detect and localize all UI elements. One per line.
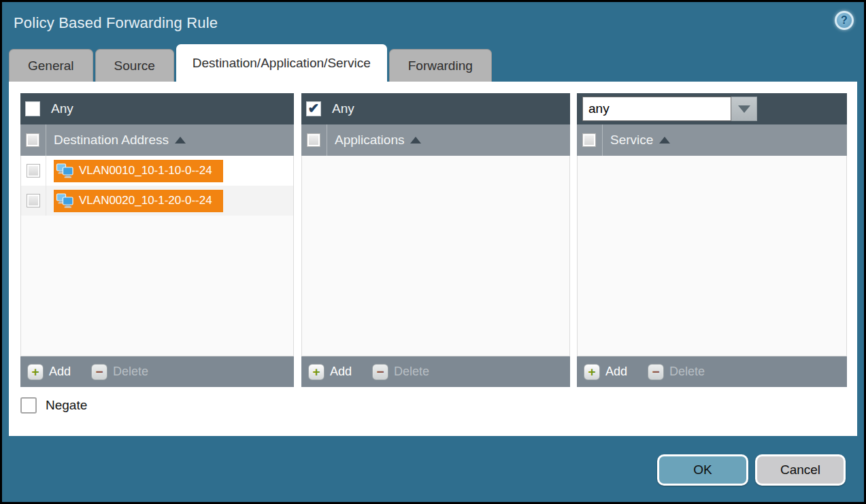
service-list [577,156,847,356]
divider [602,124,603,156]
applications-any-label: Any [332,101,354,116]
delete-icon: − [648,364,664,380]
applications-any-checkbox[interactable]: ✔ [306,101,321,116]
address-object-label: VLAN0020_10-1-20-0--24 [79,194,212,207]
add-label: Add [49,365,71,379]
service-select-all-checkbox[interactable] [582,133,596,147]
tab-bar: General Source Destination/Application/S… [9,44,492,82]
divider [46,124,46,156]
service-dropdown [582,97,757,121]
checkmark-icon: ✔ [308,101,320,115]
service-dropdown-bar [577,93,847,124]
service-column-header: Service [577,124,847,156]
applications-any-bar: ✔ Any [301,93,570,124]
destination-header-label[interactable]: Destination Address [54,133,169,148]
applications-select-all-checkbox[interactable] [307,133,320,147]
destination-any-bar: Any [20,93,294,124]
row-checkbox[interactable] [27,164,40,178]
tab-content: Any Destination Address [9,82,857,436]
tab-destination-application-service[interactable]: Destination/Application/Service [176,44,387,82]
delete-icon: − [372,364,388,380]
add-icon: + [27,364,44,380]
destination-footer: + Add − Delete [20,356,294,387]
negate-row: Negate [20,397,87,414]
tab-general[interactable]: General [9,49,93,82]
divider [327,124,327,156]
address-object-icon [56,193,74,209]
destination-any-checkbox[interactable] [25,101,40,116]
sort-asc-icon [659,137,670,144]
applications-list [301,156,570,356]
add-icon: + [308,364,324,380]
applications-header-label[interactable]: Applications [335,133,404,148]
destination-any-label: Any [51,101,73,116]
list-item: VLAN0020_10-1-20-0--24 [21,186,293,216]
delete-button[interactable]: − Delete [372,364,429,380]
destination-column-header: Destination Address [20,124,294,156]
address-object-chip[interactable]: VLAN0020_10-1-20-0--24 [54,190,223,212]
delete-label: Delete [394,365,429,379]
delete-label: Delete [113,365,148,379]
service-header-label[interactable]: Service [610,133,653,148]
policy-forwarding-dialog: Policy Based Forwarding Rule ? General S… [2,2,864,502]
delete-button[interactable]: − Delete [91,364,148,380]
cancel-button[interactable]: Cancel [755,454,846,486]
dialog-title: Policy Based Forwarding Rule [14,14,218,32]
negate-checkbox[interactable] [20,397,37,414]
list-item: VLAN0010_10-1-10-0--24 [21,156,293,186]
sort-asc-icon [175,137,186,144]
tab-forwarding[interactable]: Forwarding [389,49,492,82]
chevron-down-icon [738,105,750,113]
add-button[interactable]: + Add [584,364,627,380]
add-button[interactable]: + Add [308,364,352,380]
destination-address-column: Any Destination Address [20,93,294,387]
service-dropdown-input[interactable] [582,97,731,121]
destination-list: VLAN0010_10-1-10-0--24 [20,156,294,356]
destination-select-all-checkbox[interactable] [26,133,39,147]
delete-label: Delete [669,365,705,379]
help-icon[interactable]: ? [835,11,854,30]
row-checkbox-cell [21,156,46,186]
delete-icon: − [91,364,107,380]
ok-button[interactable]: OK [657,454,748,486]
applications-column: ✔ Any Applications + Add [301,93,570,387]
applications-column-header: Applications [301,124,570,156]
add-label: Add [605,365,627,379]
negate-label: Negate [46,398,87,413]
row-checkbox[interactable] [27,194,40,207]
titlebar: Policy Based Forwarding Rule ? [2,2,864,44]
dialog-frame: Policy Based Forwarding Rule ? General S… [0,0,866,504]
address-object-icon [56,163,74,179]
sort-asc-icon [410,137,421,144]
address-object-chip[interactable]: VLAN0010_10-1-10-0--24 [54,160,223,182]
delete-button[interactable]: − Delete [648,364,705,380]
row-checkbox-cell [21,186,46,216]
service-dropdown-button[interactable] [731,97,757,121]
applications-footer: + Add − Delete [301,356,570,387]
address-object-label: VLAN0010_10-1-10-0--24 [79,164,212,178]
add-icon: + [584,364,600,380]
add-label: Add [330,365,352,379]
tab-source[interactable]: Source [95,49,174,82]
service-column: Service + Add − Delete [577,93,847,387]
add-button[interactable]: + Add [27,364,71,380]
service-footer: + Add − Delete [577,356,847,387]
